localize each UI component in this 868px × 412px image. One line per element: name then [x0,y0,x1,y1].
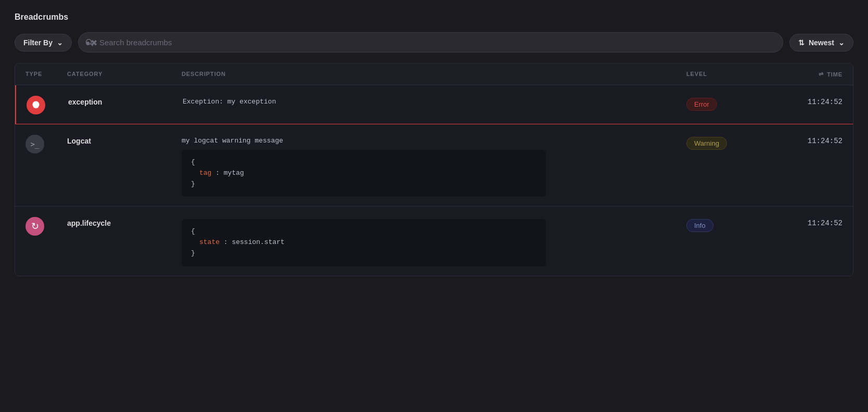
header-description: DESCRIPTION [182,71,686,78]
page-title: Breadcrumbs [15,12,853,22]
toolbar: Filter By ⌄ ●✖ ⇅ Newest ⌄ [15,32,853,53]
header-type: TYPE [25,71,67,78]
time-logcat: 11:24:52 [770,134,843,145]
table-row[interactable]: >_ Logcat my logcat warning message { ta… [15,124,853,207]
sort-arrows-icon: ⇌ [819,71,824,78]
logcat-icon: >_ [25,135,44,153]
chevron-down-icon: ⌄ [838,38,845,47]
code-value: session.start [232,238,284,246]
sort-button[interactable]: ⇅ Newest ⌄ [789,34,853,52]
description-logcat: my logcat warning message { tag : mytag … [182,134,686,197]
sort-label: Newest [809,38,834,47]
time-exception: 11:24:52 [770,95,843,106]
table-row[interactable]: ↻ app.lifecycle { state : session.start … [15,207,853,275]
code-block-lifecycle: { state : session.start } [182,219,546,266]
category-logcat: Logcat [67,134,182,145]
level-lifecycle: Info [686,216,770,232]
sort-icon: ⇅ [798,38,805,47]
breadcrumbs-table: TYPE CATEGORY DESCRIPTION LEVEL ⇌ TIME e… [15,63,853,276]
category-exception: exception [68,95,183,106]
level-badge-error: Error [686,98,717,111]
exception-icon [27,96,45,114]
header-level: LEVEL [686,71,770,78]
filter-label: Filter By [23,38,53,47]
time-lifecycle: 11:24:52 [770,216,843,227]
code-block-logcat: { tag : mytag } [182,150,546,197]
search-input[interactable] [78,32,783,53]
header-time: ⇌ TIME [770,71,843,78]
search-container: ●✖ [78,32,783,53]
level-badge-warning: Warning [686,137,727,150]
svg-line-1 [91,44,93,46]
filter-button[interactable]: Filter By ⌄ [15,34,72,52]
code-key: tag [199,169,211,177]
level-logcat: Warning [686,134,770,150]
code-value: mytag [224,169,244,177]
chevron-down-icon: ⌄ [57,38,63,47]
table-header: TYPE CATEGORY DESCRIPTION LEVEL ⇌ TIME [15,63,853,85]
type-cell [27,95,68,114]
header-category: CATEGORY [67,71,182,78]
category-lifecycle: app.lifecycle [67,216,182,227]
level-exception: Error [686,95,770,111]
search-icon-svg [85,38,94,47]
level-badge-info: Info [686,219,713,232]
description-exception: Exception: my exception [183,95,686,111]
description-lifecycle: { state : session.start } [182,216,686,266]
code-key: state [199,238,220,246]
lifecycle-icon: ↻ [25,217,44,236]
type-cell: ↻ [25,216,67,236]
table-row[interactable]: exception Exception: my exception Error … [15,85,853,124]
svg-rect-2 [35,107,36,109]
type-cell: >_ [25,134,67,153]
